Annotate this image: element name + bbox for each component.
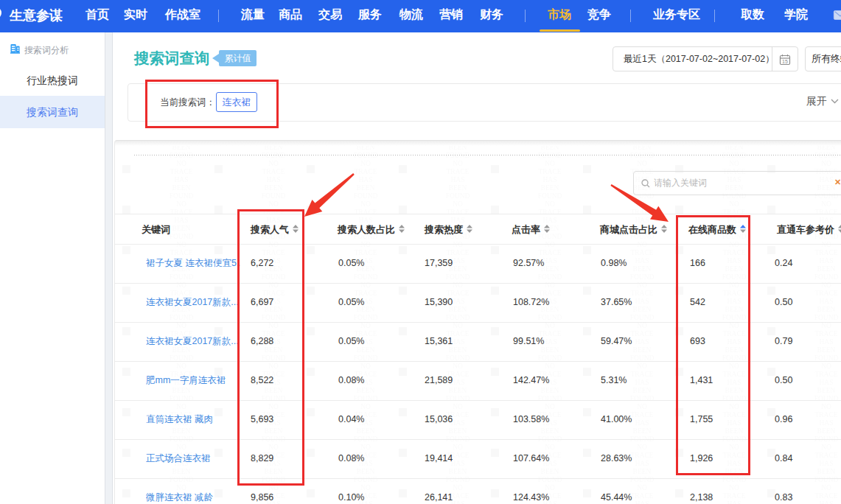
svg-text:15: 15 <box>782 59 788 64</box>
